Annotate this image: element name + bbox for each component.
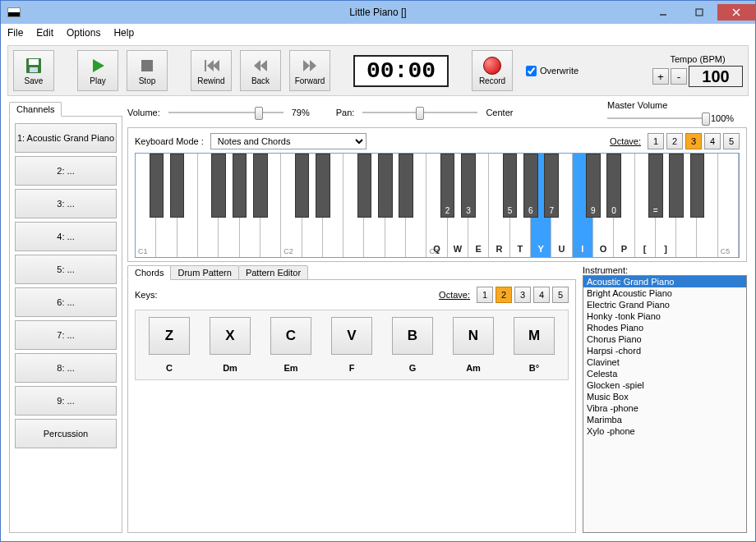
keyboard-octave-3[interactable]: 3 <box>685 133 702 149</box>
save-button[interactable]: Save <box>13 50 54 91</box>
instrument-item[interactable]: Chorus Piano <box>583 333 746 345</box>
menu-help[interactable]: Help <box>113 27 134 39</box>
svg-rect-1 <box>696 9 703 16</box>
instrument-item[interactable]: Celesta <box>583 368 746 379</box>
black-key[interactable] <box>399 154 413 218</box>
keyboard-mode-select[interactable]: Notes and Chords <box>210 133 366 149</box>
black-key[interactable]: 7 <box>544 154 559 218</box>
close-button[interactable] <box>717 4 755 21</box>
channel-button-4[interactable]: 4: ... <box>15 222 117 251</box>
black-key[interactable]: 0 <box>606 154 621 218</box>
keyboard-octave-5[interactable]: 5 <box>723 133 740 149</box>
chord-key-X[interactable]: X <box>210 317 251 355</box>
chords-octave-2[interactable]: 2 <box>496 287 512 303</box>
svg-rect-8 <box>141 60 153 71</box>
chords-octave-3[interactable]: 3 <box>514 287 531 303</box>
black-key[interactable] <box>378 154 393 218</box>
tempo-inc-button[interactable]: + <box>652 68 669 85</box>
channel-button-1[interactable]: 1: Acoustic Grand Piano <box>15 123 117 153</box>
back-button[interactable]: Back <box>240 50 281 91</box>
instrument-item[interactable]: Glocken -spiel <box>583 379 746 391</box>
channel-button-5[interactable]: 5: ... <box>15 255 117 284</box>
chord-key-C[interactable]: C <box>270 317 311 355</box>
overwrite-input[interactable] <box>526 66 537 76</box>
stop-icon <box>138 57 156 75</box>
channel-button-2[interactable]: 2: ... <box>15 156 117 186</box>
instrument-item[interactable]: Marimba <box>583 414 746 425</box>
pan-slider[interactable] <box>362 106 477 119</box>
channel-button-3[interactable]: 3: ... <box>15 189 117 218</box>
chords-octave-4[interactable]: 4 <box>533 287 550 303</box>
tempo-dec-button[interactable]: - <box>671 68 687 85</box>
maximize-icon <box>695 8 703 16</box>
black-key[interactable] <box>690 154 705 218</box>
instrument-list[interactable]: Acoustic Grand PianoBright Acoustic Pian… <box>583 275 747 533</box>
menu-file[interactable]: File <box>7 27 23 39</box>
tab-pattern-editor[interactable]: Pattern Editor <box>238 265 308 280</box>
overwrite-checkbox[interactable]: Overwrite <box>526 66 579 76</box>
instrument-item[interactable]: Music Box <box>583 391 746 402</box>
instrument-item[interactable]: Bright Acoustic Piano <box>583 287 746 299</box>
channel-button-10[interactable]: Percussion <box>15 419 117 448</box>
black-key[interactable] <box>233 154 247 218</box>
black-key[interactable] <box>316 154 330 218</box>
menubar: File Edit Options Help <box>1 24 755 42</box>
channel-button-9[interactable]: 9: ... <box>15 386 117 416</box>
tab-drum-pattern[interactable]: Drum Pattern <box>170 265 238 280</box>
channel-button-6[interactable]: 6: ... <box>15 287 117 317</box>
forward-button[interactable]: Forward <box>289 50 330 91</box>
stop-button[interactable]: Stop <box>127 50 168 91</box>
instrument-item[interactable]: Electric Grand Piano <box>583 299 746 310</box>
master-volume-slider[interactable] <box>607 112 706 125</box>
black-key[interactable]: 2 <box>440 154 455 218</box>
svg-marker-14 <box>303 60 310 71</box>
black-key[interactable]: 6 <box>523 154 538 218</box>
black-key[interactable] <box>669 154 684 218</box>
play-icon <box>89 57 107 75</box>
piano-keyboard[interactable]: C1C2C3QWERTYUC4IOP[]C5 2356790= <box>135 153 740 258</box>
black-key[interactable] <box>170 154 185 218</box>
channel-button-8[interactable]: 8: ... <box>15 353 117 383</box>
minimize-button[interactable] <box>645 4 681 21</box>
black-key[interactable] <box>295 154 310 218</box>
record-button[interactable]: Record <box>472 50 513 91</box>
black-key[interactable] <box>357 154 372 218</box>
instrument-item[interactable]: Clavinet <box>583 356 746 368</box>
minimize-icon <box>659 8 667 16</box>
chords-octave-1[interactable]: 1 <box>477 287 493 303</box>
chord-key-B[interactable]: B <box>392 317 433 355</box>
instrument-item[interactable]: Rhodes Piano <box>583 322 746 333</box>
tab-channels[interactable]: Channels <box>9 102 62 117</box>
black-key[interactable]: = <box>648 154 663 218</box>
menu-edit[interactable]: Edit <box>36 27 53 39</box>
tab-chords[interactable]: Chords <box>127 265 171 280</box>
instrument-item[interactable]: Xylo -phone <box>583 425 746 437</box>
keyboard-octave-4[interactable]: 4 <box>704 133 721 149</box>
toolbar: Save Play Stop Rewind Back Forward 00:00 <box>7 45 749 96</box>
back-icon <box>251 57 270 75</box>
black-key[interactable] <box>150 154 164 218</box>
maximize-button[interactable] <box>681 4 717 21</box>
black-key[interactable] <box>253 154 268 218</box>
instrument-item[interactable]: Harpsi -chord <box>583 345 746 356</box>
keyboard-octave-1[interactable]: 1 <box>648 133 664 149</box>
chord-key-V[interactable]: V <box>331 317 372 355</box>
chord-key-N[interactable]: N <box>453 317 494 355</box>
rewind-button[interactable]: Rewind <box>191 50 232 91</box>
keyboard-octave-2[interactable]: 2 <box>666 133 683 149</box>
instrument-item[interactable]: Acoustic Grand Piano <box>583 276 746 287</box>
black-key[interactable] <box>211 154 226 218</box>
pan-label: Pan: <box>336 108 355 117</box>
channel-button-7[interactable]: 7: ... <box>15 320 117 350</box>
black-key[interactable]: 3 <box>461 154 476 218</box>
instrument-item[interactable]: Honky -tonk Piano <box>583 310 746 322</box>
chord-key-M[interactable]: M <box>514 317 555 355</box>
menu-options[interactable]: Options <box>67 27 100 39</box>
black-key[interactable]: 5 <box>503 154 518 218</box>
instrument-item[interactable]: Vibra -phone <box>583 402 746 414</box>
chords-octave-5[interactable]: 5 <box>552 287 569 303</box>
play-button[interactable]: Play <box>77 50 118 91</box>
volume-slider[interactable] <box>168 106 284 119</box>
black-key[interactable]: 9 <box>586 154 601 218</box>
chord-key-Z[interactable]: Z <box>149 317 190 355</box>
